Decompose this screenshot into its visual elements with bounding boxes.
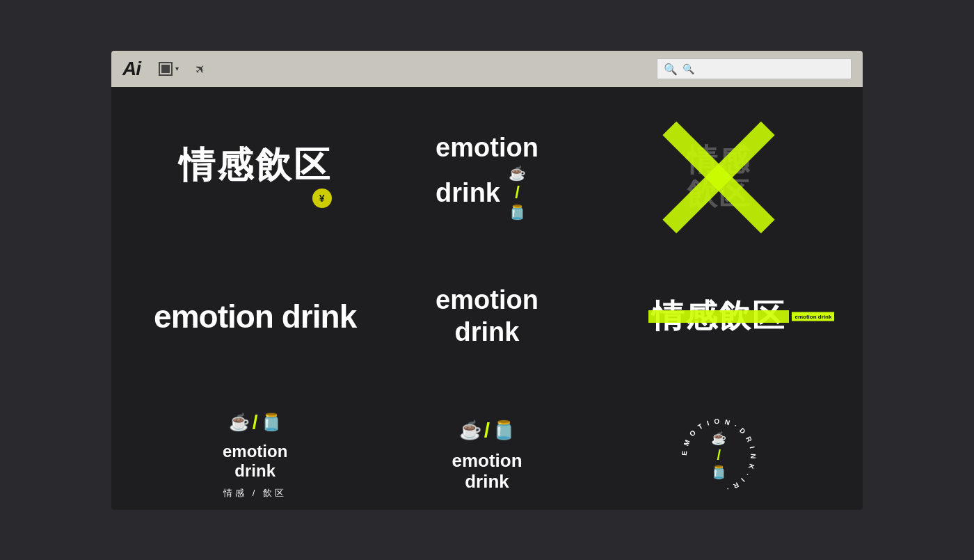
cup-icon-top: ☕ [509, 165, 526, 182]
logo-cell-1: 情感飲区 ¥ [139, 108, 371, 247]
toolbar: Ai ▾ ✈ 🔍 [111, 51, 863, 87]
logo-cell-6: 情感飲区 emotion drink [603, 247, 835, 386]
ai-logo: Ai [122, 58, 141, 80]
strike-label: emotion drink [792, 312, 834, 321]
search-icon: 🔍 [664, 62, 678, 75]
center-bottle: 🫙 [711, 465, 726, 480]
logo-cell-4: emotion drink [139, 247, 371, 386]
slash-2: / [484, 419, 490, 442]
logo-chinese-main: 情感飲区 ¥ [179, 147, 332, 208]
cup-icon-2: ☕ [459, 419, 481, 441]
slash-left: / [253, 411, 258, 433]
slash-icon: / [515, 183, 520, 202]
send-button[interactable]: ✈ [191, 58, 210, 79]
logo-cell-5: emotiondrink [371, 247, 602, 386]
icon-group-2: ☕ / 🫙 [459, 419, 515, 442]
chinese-subtitle: 情感 / 飲区 [223, 487, 287, 499]
logo-cell-8: ☕ / 🫙 emotiondrink [371, 386, 602, 510]
emotion-line1: emotion [436, 134, 538, 163]
logo-cell-3: 情感飲区 情感飲区 [603, 108, 835, 247]
cup-icon-bottom: 🫙 [509, 204, 526, 221]
circular-center-1: ☕ / 🫙 [677, 414, 760, 497]
bottle-icon: 🫙 [261, 413, 282, 432]
chevron-down-icon: ▾ [175, 65, 179, 72]
logo-text-2line: emotiondrink [436, 285, 538, 348]
logo-emotion-icons: emotion drink ☕ / 🫙 [436, 134, 538, 221]
bottle-icon-2: 🫙 [493, 419, 515, 441]
icon-group: ☕ / 🫙 [229, 411, 282, 433]
emotion-drink-text-sm: emotiondrink [223, 442, 287, 480]
logo-cell-9: E M O T I O N · D R I N K · I R · ☕ / 🫙 [603, 386, 835, 510]
search-container: 🔍 [657, 58, 852, 79]
logo-chinese-strike: 情感飲区 emotion drink [652, 295, 785, 338]
logo-cell-7: ☕ / 🫙 emotiondrink 情感 / 飲区 [139, 386, 371, 510]
cup-icon-left: ☕ [229, 413, 250, 432]
rocket-icon: ✈ [191, 59, 209, 77]
grid-view-button[interactable]: ▾ [154, 59, 183, 79]
yen-badge: ¥ [312, 189, 332, 208]
logo-text-large: emotion drink [154, 298, 356, 335]
circular-logo-1: E M O T I O N · D R I N K · I R · ☕ / 🫙 [677, 414, 760, 497]
center-cup: ☕ [711, 431, 726, 446]
chinese-text-1: 情感飲区 [179, 147, 332, 183]
canvas: 情感飲区 ¥ emotion drink ☕ / 🫙 [111, 87, 863, 510]
drink-line1: drink [436, 179, 500, 206]
logo-icon-text-2: ☕ / 🫙 emotiondrink [452, 419, 522, 493]
strike-bar [648, 310, 789, 323]
logo-cell-2: emotion drink ☕ / 🫙 [371, 108, 602, 247]
search-input[interactable] [657, 58, 852, 79]
grid-icon [159, 62, 173, 76]
logo-icon-text: ☕ / 🫙 emotiondrink 情感 / 飲区 [223, 411, 287, 499]
app-window: Ai ▾ ✈ 🔍 情感飲区 ¥ [111, 51, 863, 510]
emotion-drink-text-2: emotiondrink [452, 451, 522, 493]
logo-x-tape: 情感飲区 情感飲区 [663, 122, 774, 233]
center-slash: / [717, 447, 721, 463]
